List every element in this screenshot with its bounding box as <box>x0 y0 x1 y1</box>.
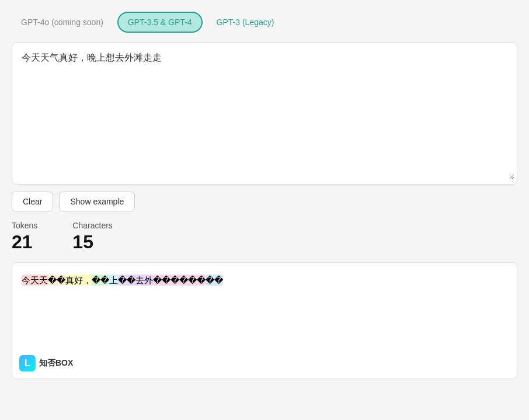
tokens-value: 21 <box>12 231 37 253</box>
tab-gpt3-legacy[interactable]: GPT-3 (Legacy) <box>207 13 284 32</box>
tabs-container: GPT-4o (coming soon) GPT-3.5 & GPT-4 GPT… <box>12 12 517 33</box>
token-segment: �� <box>92 275 109 286</box>
token-display: 今天天��真好，��上��去外�������� L 知否BOX <box>12 262 517 379</box>
textarea-container: 今天天气真好，晚上想去外滩走走 <box>12 42 517 185</box>
token-segment: ��去外 <box>118 275 153 286</box>
token-segment: �� <box>206 275 223 286</box>
watermark-text: 知否BOX <box>39 358 73 369</box>
clear-button[interactable]: Clear <box>12 192 53 211</box>
stats-row: Tokens 21 Characters 15 <box>12 221 517 253</box>
token-segment: 今天天 <box>22 275 48 286</box>
tab-gpt35-gpt4[interactable]: GPT-3.5 & GPT-4 <box>117 12 203 33</box>
show-example-button[interactable]: Show example <box>59 192 135 211</box>
watermark: L 知否BOX <box>19 355 73 372</box>
tab-gpt4o[interactable]: GPT-4o (coming soon) <box>12 13 113 32</box>
token-text: 今天天��真好，��上��去外�������� <box>22 272 507 288</box>
characters-value: 15 <box>72 231 112 253</box>
buttons-row: Clear Show example <box>12 192 517 211</box>
token-segment: 真好， <box>65 275 92 286</box>
token-segment: 上 <box>109 275 118 286</box>
characters-stat: Characters 15 <box>72 221 112 253</box>
tokens-label: Tokens <box>12 221 37 230</box>
watermark-icon: L <box>19 355 36 372</box>
main-input[interactable]: 今天天气真好，晚上想去外滩走走 <box>15 45 514 179</box>
tokens-stat: Tokens 21 <box>12 221 37 253</box>
token-segment: ������ <box>153 275 206 286</box>
characters-label: Characters <box>72 221 112 230</box>
token-segment: �� <box>48 275 65 286</box>
